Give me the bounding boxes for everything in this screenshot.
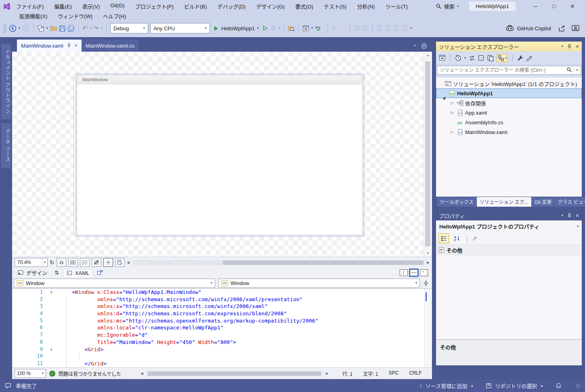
code-line[interactable]: 7 mc:Ignorable="d" bbox=[12, 331, 432, 339]
expanded-arrow-icon[interactable] bbox=[442, 90, 445, 99]
close-icon[interactable]: × bbox=[576, 213, 579, 218]
next-bookmark-icon[interactable] bbox=[393, 25, 400, 31]
editor-zoom-dropdown[interactable]: 100 %▾ bbox=[15, 369, 46, 378]
tree-item[interactable]: ソリューション 'HelloWpfApp1' (1/1 のプロジェクト) bbox=[436, 79, 582, 88]
decrease-indent-icon[interactable] bbox=[354, 25, 360, 31]
find-in-files-icon[interactable] bbox=[288, 25, 295, 32]
pin-icon[interactable] bbox=[567, 213, 572, 218]
code-line[interactable]: 1∨<Window x:Class="HelloWpfApp1.MainWind… bbox=[12, 289, 432, 296]
health-indicator-icon[interactable]: ✓ bbox=[49, 371, 55, 377]
chevron-down-icon[interactable]: ▾ bbox=[464, 57, 466, 60]
effects-toggle-button[interactable]: fx bbox=[57, 258, 66, 267]
editor-vertical-scrollbar[interactable] bbox=[424, 289, 432, 367]
horizontal-split-button[interactable] bbox=[410, 269, 418, 276]
tool-window-tab[interactable]: クラス ビュー bbox=[555, 197, 585, 207]
scrollbar-thumb[interactable] bbox=[425, 61, 430, 246]
edit-project-file-icon[interactable] bbox=[526, 55, 533, 61]
vertical-split-button[interactable] bbox=[400, 269, 408, 276]
previous-bookmark-icon[interactable] bbox=[385, 25, 391, 31]
xaml-designer-surface[interactable]: MainWindow ▲ ▼ bbox=[12, 52, 432, 257]
select-element-icon[interactable] bbox=[331, 25, 338, 31]
github-copilot-button[interactable]: GitHub Copilot bbox=[506, 25, 579, 32]
pane-splitter-icon[interactable] bbox=[423, 280, 429, 287]
resize-grip[interactable] bbox=[576, 384, 580, 388]
solution-configuration-dropdown[interactable]: Debug▾ bbox=[110, 23, 148, 34]
fold-collapse-icon[interactable]: ∨ bbox=[47, 346, 68, 353]
chevron-down-icon[interactable]: ▾ bbox=[19, 27, 20, 30]
gear-icon[interactable] bbox=[421, 43, 427, 49]
collapsed-arrow-icon[interactable]: ▷ bbox=[449, 130, 455, 134]
show-grid-button[interactable] bbox=[68, 258, 78, 267]
expand-icon[interactable] bbox=[439, 247, 444, 253]
add-to-source-control-button[interactable]: ↑ ソース管理に追加 ▲ bbox=[419, 382, 474, 390]
designer-zoom-dropdown[interactable]: 70.4%▾ bbox=[15, 258, 48, 267]
editor-horizontal-scrollbar[interactable] bbox=[147, 371, 323, 376]
popout-xaml-icon[interactable] bbox=[97, 270, 103, 276]
designer-vertical-scrollbar[interactable]: ▲ ▼ bbox=[424, 52, 432, 257]
menu-item[interactable]: デバッグ(D) bbox=[217, 2, 245, 10]
tool-window-tab[interactable]: Git 変更 bbox=[532, 197, 555, 207]
pending-changes-filter-icon[interactable] bbox=[455, 55, 461, 61]
solution-explorer-header[interactable]: ソリューション エクスプローラー ▾ × bbox=[436, 42, 582, 51]
document-copy-icon[interactable] bbox=[340, 25, 346, 31]
properties-wrench-icon[interactable] bbox=[517, 55, 524, 61]
swap-panes-icon[interactable]: ⇅ bbox=[55, 270, 59, 276]
window-position-icon[interactable]: ▾ bbox=[562, 214, 563, 217]
xaml-code-editor[interactable]: 1∨<Window x:Class="HelloWpfApp1.MainWind… bbox=[12, 288, 432, 367]
spell-check-icon[interactable] bbox=[315, 25, 323, 31]
navigate-back-icon[interactable] bbox=[9, 25, 17, 32]
menu-item[interactable]: 編集(E) bbox=[55, 2, 72, 10]
designer-horizontal-scrollbar[interactable] bbox=[132, 260, 424, 265]
menu-item[interactable]: 書式(O) bbox=[295, 2, 313, 10]
code-line[interactable]: 4 xmlns:d="http://schemas.microsoft.com/… bbox=[12, 310, 432, 317]
window-position-icon[interactable]: ▾ bbox=[562, 45, 563, 48]
search-options-dropdown[interactable]: ▾ bbox=[573, 66, 581, 74]
properties-header[interactable]: プロパティ ▾ × bbox=[436, 211, 582, 220]
scroll-down-icon[interactable]: ▼ bbox=[424, 252, 432, 255]
alphabetical-view-button[interactable] bbox=[452, 234, 462, 243]
live-share-icon[interactable] bbox=[558, 25, 566, 32]
fold-collapse-icon[interactable]: ∨ bbox=[47, 289, 68, 296]
navigate-forward-icon[interactable] bbox=[22, 25, 30, 32]
code-line[interactable]: 5 xmlns:mc="http://schemas.openxmlformat… bbox=[12, 317, 432, 325]
tree-item[interactable]: ▷App.xaml bbox=[436, 108, 582, 117]
tree-item[interactable]: ▷依存関係 bbox=[436, 98, 582, 108]
menu-item[interactable]: プロジェクト(P) bbox=[135, 2, 174, 10]
code-line[interactable]: 2 xmlns="http://schemas.microsoft.com/wi… bbox=[12, 296, 432, 303]
menu-item[interactable]: ビルド(B) bbox=[184, 2, 207, 10]
refresh-designer-icon[interactable]: ↻ bbox=[50, 259, 55, 266]
clear-bookmarks-icon[interactable] bbox=[402, 25, 408, 31]
categorized-view-button[interactable] bbox=[438, 233, 449, 243]
maximize-button[interactable]: □ bbox=[545, 1, 563, 12]
xaml-view-tab[interactable]: XAML bbox=[63, 269, 93, 277]
document-tab[interactable]: MainWindow.xaml.cs bbox=[82, 40, 138, 52]
menu-item[interactable]: 分析(N) bbox=[357, 2, 375, 10]
scrollbar-thumb[interactable] bbox=[148, 371, 321, 376]
open-file-icon[interactable] bbox=[50, 25, 57, 32]
redo-icon[interactable]: ↷ bbox=[93, 25, 99, 32]
save-all-icon[interactable] bbox=[68, 25, 75, 32]
scroll-right-icon[interactable]: ▶ bbox=[427, 260, 430, 264]
menu-item[interactable]: 拡張機能(X) bbox=[19, 12, 47, 20]
solution-explorer-home-icon[interactable] bbox=[302, 25, 309, 32]
element-breadcrumb-right[interactable]: <> Window ▾ bbox=[218, 279, 420, 288]
tool-window-tab[interactable]: ツールボックス bbox=[437, 197, 476, 207]
scroll-right-icon[interactable]: ▶ bbox=[326, 371, 329, 375]
menu-item[interactable]: ウィンドウ(W) bbox=[58, 12, 92, 20]
property-pages-icon[interactable] bbox=[472, 235, 478, 241]
element-breadcrumb-left[interactable]: <> Window ▾ bbox=[14, 279, 215, 288]
menu-item[interactable]: ツール(T) bbox=[385, 2, 408, 10]
snaplines-toggle-button[interactable] bbox=[103, 258, 113, 267]
menu-item[interactable]: ファイル(F) bbox=[16, 2, 44, 10]
tree-item[interactable]: HelloWpfApp1 bbox=[436, 88, 582, 98]
feedback-icon[interactable] bbox=[572, 25, 579, 32]
increase-indent-icon[interactable] bbox=[362, 25, 369, 31]
minimize-button[interactable]: ─ bbox=[526, 1, 545, 12]
code-line[interactable]: 9∨ <Grid> bbox=[12, 346, 432, 353]
sync-with-active-document-button[interactable]: ▾ bbox=[497, 54, 508, 62]
notifications-bell-icon[interactable] bbox=[556, 383, 562, 389]
tool-window-tab[interactable]: ソリューション エク... bbox=[477, 197, 531, 207]
toolbar-grip[interactable] bbox=[3, 23, 6, 33]
eol-indicator[interactable]: CRLF bbox=[409, 370, 421, 377]
hot-reload-icon[interactable] bbox=[270, 25, 277, 31]
